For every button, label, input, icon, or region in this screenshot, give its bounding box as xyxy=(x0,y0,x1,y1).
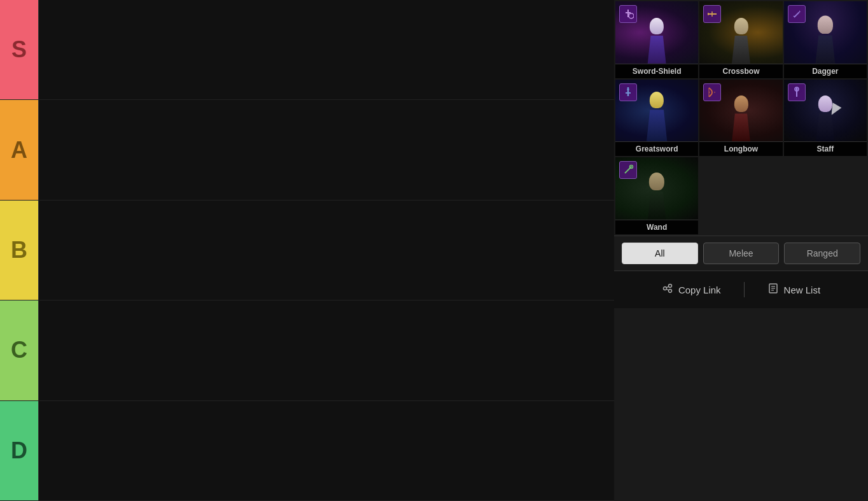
right-panel: Sword-Shield xyxy=(614,0,868,501)
weapon-name-greatsword: Greatsword xyxy=(615,141,698,156)
tier-content-s[interactable] xyxy=(38,0,614,99)
weapon-img-longbow xyxy=(699,80,782,142)
tier-list: S A B C D xyxy=(0,0,614,501)
tier-row-b: B xyxy=(0,201,614,300)
char-art-longbow xyxy=(708,92,774,141)
action-bar: Copy Link New List xyxy=(614,271,868,308)
weapon-card-dagger[interactable]: Dagger xyxy=(784,1,867,78)
weapon-card-greatsword[interactable]: Greatsword xyxy=(615,80,698,157)
tier-row-a: A xyxy=(0,100,614,200)
char-art-greatsword xyxy=(624,92,690,141)
svg-point-22 xyxy=(668,290,671,293)
weapon-img-greatsword xyxy=(615,80,698,142)
weapon-img-dagger xyxy=(784,1,867,64)
weapon-card-staff[interactable]: Staff xyxy=(784,80,867,157)
svg-point-19 xyxy=(631,166,632,167)
tier-label-a: A xyxy=(0,100,38,199)
tier-label-d: D xyxy=(0,401,38,500)
copy-link-label: Copy Link xyxy=(678,285,721,295)
char-art-dagger xyxy=(792,14,858,64)
tier-content-d[interactable] xyxy=(38,401,614,500)
char-art-staff xyxy=(792,92,858,141)
copy-link-button[interactable]: Copy Link xyxy=(649,278,734,302)
weapon-name-longbow: Longbow xyxy=(699,141,782,156)
svg-line-24 xyxy=(666,289,669,290)
tier-label-c: C xyxy=(0,300,38,400)
new-list-label: New List xyxy=(784,285,821,295)
weapon-img-crossbow xyxy=(699,1,782,64)
svg-point-20 xyxy=(663,287,666,290)
tier-content-a[interactable] xyxy=(38,100,614,199)
svg-line-23 xyxy=(666,286,669,288)
char-art-sword-shield xyxy=(624,14,690,64)
weapon-name-sword-shield: Sword-Shield xyxy=(615,64,698,78)
svg-point-21 xyxy=(668,285,671,288)
weapon-img-staff xyxy=(784,80,867,142)
weapon-name-dagger: Dagger xyxy=(784,64,867,78)
new-list-button[interactable]: New List xyxy=(755,278,834,302)
weapon-img-wand xyxy=(615,157,698,220)
tier-label-s: S xyxy=(0,0,38,99)
tier-row-c: C xyxy=(0,300,614,400)
tier-row-s: S xyxy=(0,0,614,100)
tier-row-d: D xyxy=(0,401,614,501)
weapon-card-longbow[interactable]: Longbow xyxy=(699,80,782,157)
svg-marker-7 xyxy=(799,10,801,12)
filter-all[interactable]: All xyxy=(622,243,698,264)
weapon-name-wand: Wand xyxy=(615,220,698,234)
copy-link-icon xyxy=(662,283,673,297)
weapon-grid: Sword-Shield xyxy=(614,0,868,236)
filter-ranged[interactable]: Ranged xyxy=(784,243,860,264)
char-art-wand xyxy=(624,170,690,220)
tier-label-b: B xyxy=(0,201,38,300)
filter-melee[interactable]: Melee xyxy=(703,243,780,264)
tier-content-c[interactable] xyxy=(38,300,614,400)
svg-marker-11 xyxy=(627,87,629,90)
weapon-name-crossbow: Crossbow xyxy=(699,64,782,78)
action-divider xyxy=(744,282,745,297)
weapon-card-sword-shield[interactable]: Sword-Shield xyxy=(615,1,698,78)
weapon-card-wand[interactable]: Wand xyxy=(615,157,698,234)
tier-content-b[interactable] xyxy=(38,201,614,300)
weapon-img-sword-shield xyxy=(615,1,698,64)
filter-bar: All Melee Ranged xyxy=(614,236,868,271)
weapon-card-crossbow[interactable]: Crossbow xyxy=(699,1,782,78)
weapon-name-staff: Staff xyxy=(784,141,867,156)
char-art-crossbow xyxy=(708,14,774,64)
new-list-icon xyxy=(767,283,779,297)
